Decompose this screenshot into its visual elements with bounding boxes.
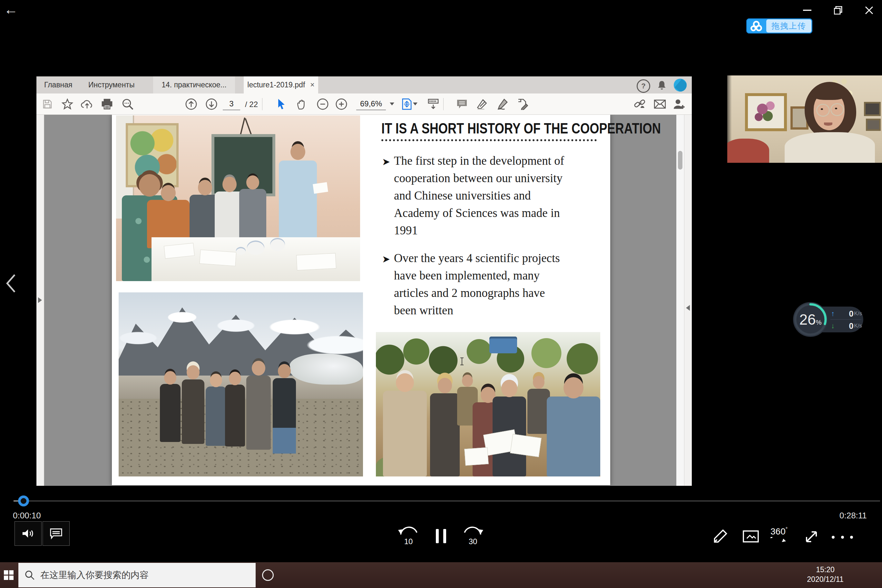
pdf-page: IT IS A SHORT HISTORY OF THE COOPERATION…	[112, 115, 610, 485]
restore-button[interactable]	[830, 4, 846, 17]
slide-photo-field	[376, 332, 600, 477]
baidu-netdisk-icon	[746, 18, 766, 33]
back-button[interactable]: ←	[3, 2, 19, 17]
video-360-button[interactable]: 360°	[771, 526, 793, 546]
taskbar-clock[interactable]: 15:20 2020/12/11	[803, 565, 848, 584]
close-icon	[865, 6, 873, 15]
zoom-in-icon[interactable]	[334, 97, 349, 111]
tab-document-2[interactable]: lecture1-2019.pdf ×	[244, 76, 318, 93]
save-icon[interactable]	[40, 97, 55, 111]
teapot	[270, 238, 285, 251]
slide-photo-mountains	[118, 292, 363, 477]
help-icon[interactable]: ?	[637, 79, 650, 93]
download-speed-row: ↓ 0 K/s	[831, 320, 862, 332]
teapot	[247, 240, 264, 255]
windows-taskbar: e W	[0, 562, 882, 588]
tab-tools[interactable]: Инструменты	[88, 76, 134, 93]
volume-button[interactable]	[15, 521, 42, 546]
sign-icon[interactable]	[495, 97, 510, 111]
close-button[interactable]	[861, 4, 878, 17]
clock-time: 15:20	[803, 565, 848, 574]
email-icon[interactable]	[652, 97, 667, 111]
prev-chevron-button[interactable]	[3, 272, 20, 295]
drag-upload-button[interactable]: 拖拽上传	[746, 18, 812, 33]
account-avatar[interactable]	[674, 79, 687, 92]
rotate-arc-icon	[771, 536, 789, 542]
more-options-button[interactable]	[832, 534, 853, 540]
cloud-upload-icon[interactable]	[80, 97, 94, 111]
blackboard	[212, 134, 275, 196]
fullscreen-button[interactable]	[802, 527, 821, 546]
next-page-icon[interactable]	[204, 97, 219, 111]
zoom-dropdown-caret[interactable]	[390, 102, 394, 105]
hand-tool-icon[interactable]	[294, 97, 309, 111]
vertical-scrollbar[interactable]	[676, 115, 684, 486]
fit-dropdown-caret[interactable]	[413, 102, 417, 105]
picture-frame-icon	[742, 530, 759, 543]
annotate-button[interactable]	[711, 526, 730, 546]
comment-icon[interactable]	[454, 97, 470, 111]
elapsed-time: 0:00:10	[13, 511, 41, 520]
print-icon[interactable]	[100, 97, 114, 111]
wall-painting	[745, 93, 787, 131]
video-player-app: ← 拖拽上传 Главная Инструменты 14. практичес…	[0, 0, 882, 588]
highlight-icon[interactable]	[474, 97, 489, 111]
fill-sign-icon[interactable]	[515, 97, 530, 111]
red-chair	[727, 139, 769, 163]
select-tool-icon[interactable]	[274, 97, 289, 111]
taskbar-search-box[interactable]	[18, 563, 256, 587]
pause-button[interactable]	[432, 525, 450, 548]
tab-document-1[interactable]: 14. практическое...	[153, 76, 235, 93]
cortana-button[interactable]	[261, 562, 275, 588]
rewind-10-button[interactable]: 10	[398, 525, 419, 548]
mini-player-button[interactable]	[741, 529, 761, 544]
notification-bell-icon[interactable]	[656, 79, 668, 91]
seek-bar[interactable]	[14, 500, 880, 502]
webcam-video	[727, 75, 882, 163]
subtitles-button[interactable]	[42, 521, 70, 546]
zoom-out-icon[interactable]	[315, 97, 330, 111]
toolbar-collapse-icon[interactable]	[426, 97, 441, 111]
start-button[interactable]	[0, 562, 17, 588]
toolbar-separator	[443, 98, 444, 110]
subtitles-icon	[50, 528, 63, 539]
scrollbar-thumb[interactable]	[678, 151, 682, 170]
search-icon	[25, 570, 34, 580]
toolbar-separator	[262, 98, 262, 110]
forward-30-button[interactable]: 30	[462, 525, 484, 548]
back-arrow-icon: ←	[4, 1, 18, 17]
upload-speed-row: ↑ 0 K/s	[831, 308, 862, 320]
field-person	[547, 396, 600, 477]
tab-close-icon[interactable]: ×	[310, 81, 314, 89]
expand-right-pane-icon[interactable]	[686, 305, 690, 311]
trees	[376, 335, 600, 376]
fit-page-icon[interactable]	[399, 97, 414, 111]
bullet-marker: ➤	[382, 156, 390, 167]
search-input[interactable]	[40, 570, 234, 580]
tab-home[interactable]: Главная	[44, 76, 72, 93]
search-icon[interactable]	[120, 97, 135, 111]
expand-icon	[804, 529, 819, 544]
group-person	[225, 385, 245, 447]
avatar-shape	[675, 79, 687, 92]
speaker-icon	[22, 528, 34, 539]
seek-knob[interactable]	[18, 495, 29, 507]
page-number-input[interactable]: 3	[223, 99, 240, 110]
windows-logo-icon	[4, 570, 14, 580]
slide-bullet-1: The first step in the development of coo…	[394, 152, 564, 239]
slide-photo-meeting	[116, 116, 360, 281]
expand-left-pane-icon[interactable]	[38, 297, 42, 303]
zoom-level-input[interactable]: 69,6%	[356, 99, 386, 110]
add-user-icon[interactable]	[672, 97, 686, 111]
bullet-marker: ➤	[382, 254, 390, 265]
down-arrow-icon: ↓	[831, 322, 839, 330]
slide-title: IT IS A SHORT HISTORY OF THE COOPERATION	[381, 119, 607, 137]
star-icon[interactable]	[60, 97, 75, 111]
group-person	[160, 384, 180, 442]
previous-page-icon[interactable]	[184, 97, 199, 111]
group-person	[206, 387, 226, 446]
acrobat-toolbar: 3 / 22 69,6%	[36, 93, 692, 115]
left-pane-strip	[36, 115, 44, 486]
share-link-icon[interactable]	[632, 97, 647, 111]
minimize-button[interactable]	[800, 4, 815, 16]
